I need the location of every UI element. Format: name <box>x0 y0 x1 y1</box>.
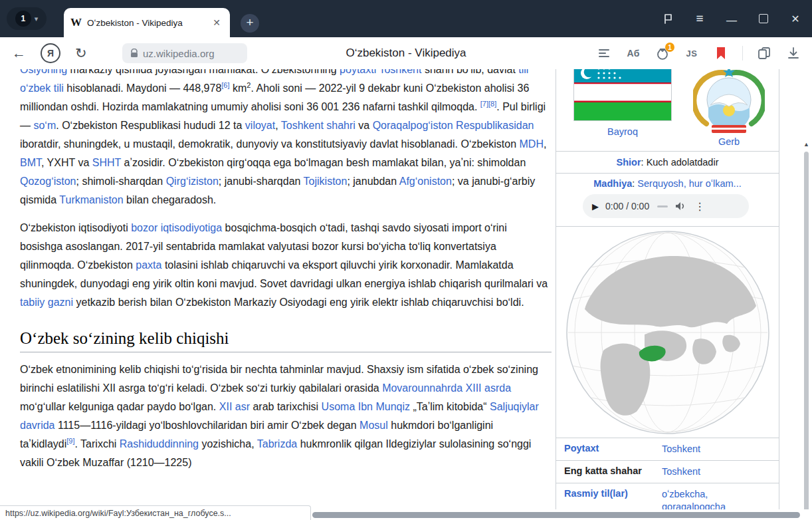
volume-icon[interactable] <box>674 201 686 211</box>
inline-link[interactable]: Mosul <box>359 420 388 431</box>
text-run: „Taʼlim kitobida“ <box>410 401 490 412</box>
chevron-down-icon: ▾ <box>35 15 39 23</box>
inline-link[interactable]: Movarounnahrda <box>382 382 462 394</box>
text-run: yozishicha, <box>199 438 257 450</box>
infobox-images-row: Bayroq Gerb <box>556 69 779 152</box>
globe-map-image[interactable] <box>565 229 771 436</box>
anthem-title-link[interactable]: Serquyosh, hur oʻlkam... <box>637 178 741 189</box>
maximize-icon[interactable] <box>756 11 771 26</box>
inline-link[interactable]: XII asr <box>219 401 250 412</box>
capital-value-link[interactable]: Toshkent <box>654 438 779 460</box>
reference-link[interactable]: [7] <box>480 100 488 108</box>
article-paragraph-2: Oʻzbekiston iqtisodiyoti bozor iqtisodiy… <box>20 219 552 312</box>
rewards-coin-icon[interactable]: 1 <box>655 45 670 61</box>
vertical-scrollbar[interactable]: ▲ <box>801 138 812 509</box>
address-bar[interactable]: uz.wikipedia.org <box>122 43 247 63</box>
browser-toolbar: ← Я ↻ uz.wikipedia.org Oʻzbekiston - Vik… <box>0 37 812 70</box>
motto-label-link[interactable]: Shior <box>617 157 641 168</box>
tabs-panel-icon[interactable] <box>756 45 772 61</box>
status-bar: https://uz.wikipedia.org/wiki/Fayl:Узбек… <box>0 505 311 520</box>
motto-text: : Kuch adolatdadir <box>641 157 719 168</box>
tab-counter-button[interactable]: 1 ▾ <box>7 7 47 30</box>
reader-mode-icon[interactable] <box>596 45 612 61</box>
text-run: ; janubi-sharqdan <box>219 176 304 187</box>
official-languages-label-link[interactable]: Rasmiy til(lar) <box>556 483 654 509</box>
inline-link[interactable]: poytaxti Toshkent <box>340 69 421 75</box>
tab-close-icon[interactable]: ✕ <box>210 16 223 29</box>
text-run: . Tarixchi <box>75 438 120 450</box>
anthem-label-link[interactable]: Madhiya <box>593 178 632 189</box>
inline-link[interactable]: Tabrizda <box>257 438 297 450</box>
inline-link[interactable]: Tojikiston <box>304 176 348 187</box>
audio-time: 0:00 / 0:00 <box>605 201 649 211</box>
uzbekistan-emblem-image[interactable] <box>693 69 765 138</box>
inline-link[interactable]: Usoma Ibn Munqiz <box>322 401 410 412</box>
minimize-icon[interactable]: — <box>724 13 739 28</box>
section-heading: Oʻzbek soʻzining kelib chiqishi <box>20 329 552 352</box>
text-run: aʼzosidir. Oʻzbekiston qirgʻoqqa ega boʻ… <box>121 157 526 168</box>
article-paragraph-1: Osiyoning markaziy qismida joylashgan ma… <box>20 69 552 209</box>
inline-link[interactable]: Afgʻoniston <box>399 176 452 187</box>
new-tab-button[interactable]: + <box>241 14 259 33</box>
inline-link[interactable]: Rashiduddinning <box>120 438 199 450</box>
country-infobox: Bayroq Gerb Shior: Kuch adolatdadir Madh… <box>556 69 779 509</box>
translate-icon[interactable]: Aб <box>625 45 641 61</box>
text-run: hisoblanadi. Maydoni — 448,978 <box>64 82 222 94</box>
download-icon[interactable] <box>785 45 801 61</box>
javascript-icon[interactable]: JS <box>684 45 700 61</box>
inline-link[interactable]: Osiyoning <box>20 69 67 75</box>
inline-link[interactable]: SHHT <box>92 157 121 168</box>
capital-label-link[interactable]: Poytaxt <box>556 438 654 460</box>
horizontal-scrollbar-thumb[interactable] <box>312 512 800 518</box>
audio-player[interactable]: ▶ 0:00 / 0:00 ⋮ <box>583 194 749 218</box>
reference-link[interactable]: [8] <box>488 100 496 108</box>
emblem-caption-link[interactable]: Gerb <box>693 136 765 147</box>
inline-link[interactable]: soʻm <box>33 120 56 131</box>
bookmark-icon[interactable] <box>713 45 729 61</box>
inline-link[interactable]: paxta <box>136 259 161 271</box>
text-run: , <box>275 120 281 131</box>
inline-link[interactable]: Qozogʻiston <box>20 176 76 187</box>
text-run: arab tarixchisi <box>250 401 322 412</box>
lock-icon <box>130 49 138 58</box>
flag-caption-link[interactable]: Bayroq <box>573 126 672 137</box>
inline-link[interactable]: tabiiy gazni <box>20 297 73 308</box>
vertical-scrollbar-thumb[interactable] <box>804 152 809 509</box>
article-body: Osiyoning markaziy qismida joylashgan ma… <box>20 69 552 481</box>
inline-link[interactable]: Turkmaniston <box>59 194 123 205</box>
tab-title: Oʻzbekiston - Vikipediya <box>87 18 205 28</box>
menu-icon[interactable]: ≡ <box>692 11 707 26</box>
text-run: va <box>355 120 373 131</box>
inline-link[interactable]: MDH <box>520 138 544 150</box>
close-icon[interactable]: ✕ <box>788 11 803 26</box>
browser-tab[interactable]: W Oʻzbekiston - Vikipediya ✕ <box>64 8 230 37</box>
audio-kebab-icon[interactable]: ⋮ <box>694 200 705 213</box>
inline-link[interactable]: viloyat <box>245 120 275 131</box>
reference-link[interactable]: [9] <box>66 437 74 445</box>
text-run: yetkazib berish bilan Oʻzbekiston Markaz… <box>73 297 524 308</box>
scroll-up-icon[interactable]: ▲ <box>803 141 809 148</box>
inline-link[interactable]: Qirgʻiziston <box>166 176 219 187</box>
sidebar-panel-icon[interactable] <box>660 11 675 26</box>
location-map-row: Tanlanganlarga qoʻshish ⋮ <box>556 227 779 438</box>
inline-link[interactable]: Toshkent shahri <box>281 120 355 131</box>
text-run: markaziy qismida joylashgan mamlakat. Oʻ… <box>67 69 340 75</box>
text-run: moʻgʻullar kelguniga qadar paydo boʻlgan… <box>20 401 219 412</box>
inline-link[interactable]: Qoraqalpogʻiston Respublikasidan <box>373 120 534 131</box>
inline-link[interactable]: bozor iqtisodiyotiga <box>131 222 222 233</box>
play-icon[interactable]: ▶ <box>592 201 599 211</box>
inline-link[interactable]: BMT <box>20 157 41 168</box>
reference-link[interactable]: [6] <box>221 81 229 89</box>
official-languages-value-link[interactable]: oʻzbekcha, qoraqalpoqcha <box>654 483 734 509</box>
inline-link[interactable]: XIII asrda <box>466 382 511 394</box>
browser-window: 1 ▾ W Oʻzbekiston - Vikipediya ✕ + ≡ — ✕… <box>0 0 812 520</box>
coin-count-badge: 1 <box>665 43 674 52</box>
uzbekistan-flag-image[interactable] <box>573 69 672 123</box>
reload-icon[interactable]: ↻ <box>75 45 87 61</box>
largest-city-value-link[interactable]: Toshkent <box>654 461 779 483</box>
text-run: . Oʻzbekiston Respublikasi hududi 12 ta <box>56 120 245 131</box>
back-icon[interactable]: ← <box>12 45 26 61</box>
largest-city-label: Eng katta shahar <box>556 461 654 483</box>
audio-seek-slider[interactable] <box>657 205 668 207</box>
yandex-home-icon[interactable]: Я <box>41 43 60 63</box>
